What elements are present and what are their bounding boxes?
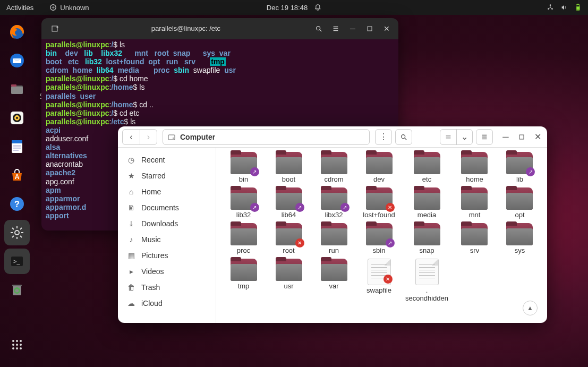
file-item[interactable]: ✕lost+found	[359, 186, 399, 220]
pic-icon: ▦	[126, 251, 136, 260]
sidebar-item-downloads[interactable]: ⤓Downloads	[118, 216, 216, 232]
hamburger-button[interactable]	[476, 129, 493, 145]
file-item[interactable]: snap	[404, 222, 449, 255]
sidebar-item-label: Music	[141, 235, 161, 244]
new-tab-button[interactable]	[48, 21, 63, 36]
file-item-label: home	[466, 175, 483, 183]
file-item[interactable]: ↗bin	[224, 151, 263, 184]
file-item[interactable]: ↗lib64	[269, 186, 309, 220]
file-item[interactable]: proc	[224, 222, 263, 255]
show-apps-button[interactable]	[4, 332, 30, 357]
dock-writer[interactable]	[4, 134, 30, 159]
svg-rect-20	[13, 146, 21, 147]
clock-icon: ◷	[126, 156, 136, 164]
activities-button[interactable]: Activities	[6, 4, 33, 12]
dock-files[interactable]	[4, 76, 30, 102]
network-icon[interactable]	[547, 4, 554, 11]
svg-point-47	[16, 347, 18, 349]
unknown-icon	[49, 4, 57, 11]
file-item[interactable]: ↗lib32	[224, 186, 263, 220]
sidebar-item-videos[interactable]: ▸Videos	[118, 263, 216, 279]
folder-icon	[414, 187, 440, 210]
svg-rect-57	[368, 27, 372, 31]
files-grid[interactable]: ↗binbootcdromdevetchome↗lib↗lib32↗lib64↗…	[216, 148, 547, 323]
files-minimize-button[interactable]: ─	[500, 132, 511, 142]
down-icon: ⤓	[126, 219, 136, 228]
svg-point-40	[12, 340, 14, 342]
svg-text:>_: >_	[13, 258, 20, 264]
scroll-up-button[interactable]: ▲	[523, 301, 538, 315]
file-item-label: root	[283, 246, 294, 254]
file-item[interactable]: ✕root	[269, 222, 309, 255]
path-menu-button[interactable]: ⋮	[375, 129, 392, 145]
file-item[interactable]: boot	[269, 151, 309, 184]
close-button[interactable]: ✕	[379, 21, 394, 36]
files-close-button[interactable]: ✕	[532, 132, 543, 142]
volume-icon[interactable]	[560, 4, 568, 11]
sidebar-item-home[interactable]: ⌂Home	[118, 184, 216, 200]
file-item[interactable]: etc	[404, 151, 449, 184]
file-item[interactable]: ↗lib	[500, 151, 540, 184]
file-item[interactable]: home	[455, 151, 495, 184]
terminal-titlebar[interactable]: parallels@linuxpc: /etc ─ ✕	[41, 18, 398, 39]
folder-icon: ↗	[321, 187, 347, 210]
minimize-button[interactable]: ─	[345, 21, 360, 36]
svg-rect-8	[576, 6, 579, 10]
dock-help[interactable]: ?	[4, 191, 30, 217]
app-indicator[interactable]: Unknown	[49, 4, 89, 12]
sidebar-item-label: Home	[141, 187, 161, 196]
sidebar-item-icloud[interactable]: ☁iCloud	[118, 295, 216, 311]
svg-point-52	[317, 27, 320, 30]
file-item[interactable]: dev	[359, 151, 399, 184]
dock-terminal[interactable]: >_	[4, 249, 30, 274]
file-item[interactable]: srv	[455, 222, 495, 255]
sidebar-item-recent[interactable]: ◷Recent	[118, 152, 216, 168]
folder-icon: ↗	[506, 152, 533, 174]
file-item[interactable]: sys	[500, 222, 540, 255]
clock[interactable]: Dec 19 18:48	[267, 4, 308, 12]
file-item[interactable]: media	[404, 186, 449, 220]
forward-button[interactable]: ›	[140, 130, 157, 144]
file-item[interactable]: ✕swapfile	[359, 258, 399, 303]
app-indicator-label: Unknown	[60, 4, 89, 12]
file-item[interactable]: usr	[269, 258, 309, 303]
back-button[interactable]: ‹	[123, 130, 140, 144]
file-item[interactable]: cdrom	[314, 151, 354, 184]
file-item[interactable]: run	[314, 222, 354, 255]
sidebar-item-trash[interactable]: 🗑Trash	[118, 279, 216, 295]
file-item[interactable]: ↗libx32	[314, 186, 354, 220]
file-item[interactable]: . secondhidden	[404, 258, 449, 303]
file-item[interactable]: var	[314, 258, 354, 303]
sidebar-item-pictures[interactable]: ▦Pictures	[118, 247, 216, 263]
view-options-button[interactable]: ⌄	[456, 130, 472, 144]
file-item[interactable]: mnt	[455, 186, 495, 220]
sidebar-item-documents[interactable]: 🗎Documents	[118, 200, 216, 216]
dock-software[interactable]: A	[4, 163, 30, 188]
sidebar-item-starred[interactable]: ★Starred	[118, 168, 216, 184]
maximize-button[interactable]	[362, 21, 377, 36]
file-item-label: usr	[284, 282, 293, 290]
bell-icon[interactable]	[314, 4, 321, 11]
svg-rect-19	[12, 140, 22, 143]
terminal-menu-button[interactable]	[328, 21, 343, 36]
file-item[interactable]: opt	[500, 186, 540, 220]
dock-firefox[interactable]	[4, 19, 30, 45]
sidebar-item-music[interactable]: ♪Music	[118, 232, 216, 247]
location-bar[interactable]: Computer	[163, 129, 370, 145]
svg-point-41	[16, 340, 18, 342]
files-search-button[interactable]	[395, 129, 412, 145]
dock-rhythmbox[interactable]	[4, 105, 30, 131]
file-item[interactable]: ↗sbin	[359, 222, 399, 255]
file-item[interactable]: tmp	[224, 258, 263, 303]
terminal-search-button[interactable]	[311, 21, 326, 36]
list-view-button[interactable]	[440, 130, 456, 144]
files-maximize-button[interactable]	[516, 132, 527, 142]
dock-thunderbird[interactable]	[4, 48, 30, 73]
folder-icon: ✕	[276, 223, 302, 245]
trash-icon: 🗑	[126, 283, 136, 292]
dock-settings[interactable]	[4, 220, 30, 245]
svg-line-34	[20, 228, 22, 229]
svg-rect-68	[519, 135, 524, 139]
dock-trash[interactable]	[4, 277, 30, 303]
battery-icon[interactable]	[574, 4, 582, 11]
